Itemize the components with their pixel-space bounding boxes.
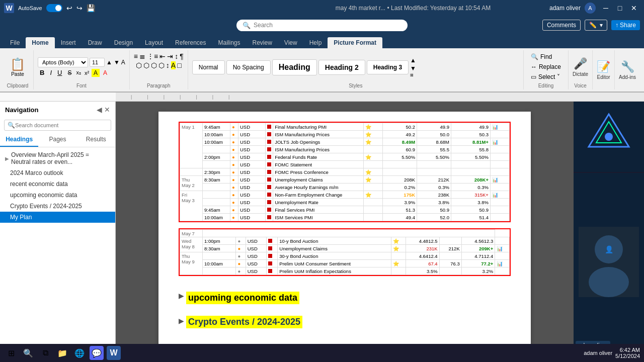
tab-draw[interactable]: Draw: [82, 37, 108, 48]
nav-minimize-btn[interactable]: ◀: [97, 106, 102, 114]
tab-insert[interactable]: Insert: [55, 37, 82, 48]
actual-cell: [383, 168, 417, 176]
nav-item-crypto[interactable]: Crypto Events / 2024-2025: [0, 201, 115, 212]
nav-tab-results[interactable]: Results: [77, 133, 115, 147]
italic-button[interactable]: I: [48, 68, 54, 77]
title-bar-left: W AutoSave ↩ ↪ 💾: [4, 3, 277, 13]
tab-view[interactable]: View: [278, 37, 303, 48]
start-button[interactable]: ⊞: [4, 346, 18, 360]
multilevel-button[interactable]: ⋮≡: [147, 52, 158, 60]
restore-button[interactable]: □: [614, 2, 626, 14]
chart-cell: 📊: [490, 123, 509, 131]
nav-search-input[interactable]: [15, 122, 108, 128]
align-left[interactable]: ⬡: [136, 61, 142, 69]
nav-close-btn[interactable]: ✕: [104, 106, 110, 114]
font-size-up[interactable]: ▲: [106, 59, 112, 66]
autosave-toggle[interactable]: [46, 4, 62, 12]
borders[interactable]: □: [177, 61, 181, 69]
tab-file[interactable]: File: [4, 37, 26, 48]
nav-tab-headings[interactable]: Headings: [0, 133, 38, 147]
tab-help[interactable]: Help: [303, 37, 328, 48]
forecast-cell: 212K: [417, 176, 451, 184]
tab-layout[interactable]: Layout: [139, 37, 169, 48]
addins-icon[interactable]: 🔧: [621, 60, 634, 73]
ruler: |||||||: [0, 93, 644, 102]
taskbar-edge[interactable]: 🌐: [72, 346, 87, 360]
editor-icon[interactable]: 📝: [597, 60, 610, 73]
share-button[interactable]: ↑ Share: [611, 20, 640, 30]
taskbar-word[interactable]: W: [107, 346, 121, 360]
decrease-indent[interactable]: ⇤: [159, 52, 166, 60]
numbering-button[interactable]: ≣: [139, 52, 145, 60]
tab-mailings[interactable]: Mailings: [212, 37, 246, 48]
ruler-left: [0, 93, 116, 101]
style-heading3[interactable]: Heading 3: [367, 60, 409, 74]
style-normal[interactable]: Normal: [192, 60, 225, 74]
tab-picture-format[interactable]: Picture Format: [328, 37, 382, 48]
sort-button[interactable]: ↕: [175, 52, 178, 60]
taskbar-search[interactable]: 🔍: [21, 346, 35, 360]
dictate-icon[interactable]: 🎤: [574, 57, 587, 70]
justify[interactable]: ⬡: [158, 61, 165, 69]
nav-item-2024marco[interactable]: 2024 Marco outlook: [0, 167, 115, 178]
minimize-button[interactable]: ─: [600, 2, 612, 14]
style-heading[interactable]: Heading: [272, 59, 317, 75]
doc-area[interactable]: May 1 9:45am ● USD Final Manufacturing P…: [116, 102, 574, 351]
close-button[interactable]: ✕: [628, 2, 640, 14]
strikethrough-button[interactable]: S: [65, 69, 73, 77]
clear-format-icon[interactable]: A: [121, 59, 125, 66]
paste-button[interactable]: 📋 Paste: [6, 55, 29, 79]
nav-item-recent[interactable]: recent economic data: [0, 178, 115, 190]
nav-item-myplan[interactable]: My Plan: [0, 212, 115, 223]
align-center[interactable]: ⬡: [143, 61, 149, 69]
increase-indent[interactable]: ⇥: [167, 52, 173, 60]
tab-review[interactable]: Review: [247, 37, 278, 48]
underline-button[interactable]: U: [55, 68, 64, 77]
tab-home[interactable]: Home: [26, 37, 54, 48]
previous-cell: 50.3: [451, 131, 490, 138]
font-name-select[interactable]: Aptos (Body): [38, 57, 88, 67]
style-no-spacing[interactable]: No Spacing: [226, 60, 271, 74]
search-input[interactable]: [254, 22, 401, 29]
undo-icon[interactable]: ↩: [66, 4, 72, 12]
editing-button[interactable]: ✏️ ▾: [585, 20, 607, 31]
superscript-button[interactable]: x²: [84, 69, 90, 76]
actual-cell: 3.9%: [383, 199, 417, 206]
taskbar-discord[interactable]: 💬: [90, 346, 104, 360]
tab-references[interactable]: References: [169, 37, 212, 48]
font-size-input[interactable]: [90, 58, 105, 67]
taskbar-taskview[interactable]: ⧉: [38, 346, 52, 360]
redo-icon[interactable]: ↪: [76, 4, 83, 12]
nav-item-upcoming[interactable]: upcoming economic data: [0, 190, 115, 201]
tab-design[interactable]: Design: [108, 37, 139, 48]
taskbar-file-explorer[interactable]: 📁: [55, 346, 69, 360]
nav-tab-pages[interactable]: Pages: [38, 133, 76, 147]
styles-up-arrow[interactable]: ▲: [410, 57, 416, 64]
highlight-button[interactable]: A: [92, 69, 100, 77]
nav-item-overview[interactable]: ▶ Overview March-April 2025 = Neutral ra…: [0, 149, 115, 167]
bullets-button[interactable]: ≡: [134, 52, 138, 60]
replace-button[interactable]: ↔ Replace: [528, 62, 564, 71]
find-button[interactable]: 🔍 Find: [528, 52, 555, 61]
comments-button[interactable]: Comments: [542, 20, 581, 31]
shading[interactable]: A: [171, 61, 176, 69]
select-button[interactable]: ▭ Select ˅: [528, 72, 563, 81]
flag-cell: [266, 199, 273, 206]
font-size-down[interactable]: ▼: [114, 59, 120, 66]
bold-button[interactable]: B: [38, 68, 46, 77]
flag-cell: [266, 153, 273, 161]
addins-group: 🔧 Add-ins: [617, 50, 640, 89]
gold-icon: ⭐: [364, 123, 383, 131]
font-color-button[interactable]: A: [101, 69, 109, 77]
time-cell: 9:45am: [203, 123, 230, 131]
style-heading2[interactable]: Heading 2: [318, 60, 365, 75]
save-icon[interactable]: 💾: [87, 4, 95, 12]
align-right[interactable]: ⬡: [151, 61, 157, 69]
styles-content: Normal No Spacing Heading Heading 2 Head…: [192, 52, 519, 82]
subscript-button[interactable]: x₂: [75, 69, 82, 76]
show-marks[interactable]: ¶: [180, 52, 184, 60]
time-cell: [203, 191, 230, 199]
styles-down-arrow[interactable]: ▼: [410, 65, 416, 72]
styles-expand[interactable]: ⊞: [410, 73, 416, 77]
line-spacing[interactable]: ↕: [166, 61, 170, 69]
